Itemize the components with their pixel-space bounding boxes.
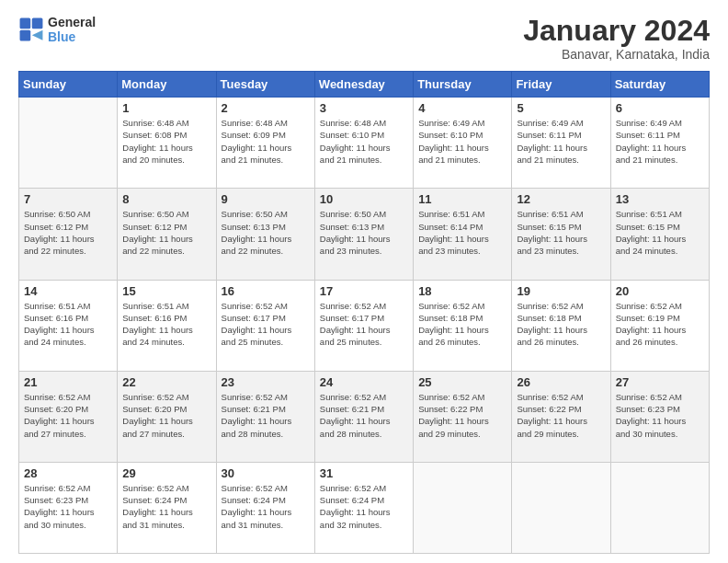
day-number: 2 [222,101,310,115]
calendar-cell: 6Sunrise: 6:49 AM Sunset: 6:11 PM Daylig… [610,98,709,189]
day-number: 10 [320,192,408,206]
day-number: 8 [122,192,210,206]
calendar-week-row: 21Sunrise: 6:52 AM Sunset: 6:20 PM Dayli… [19,371,710,462]
day-number: 15 [122,284,210,298]
calendar-cell: 5Sunrise: 6:49 AM Sunset: 6:11 PM Daylig… [512,98,610,189]
calendar-cell: 27Sunrise: 6:52 AM Sunset: 6:23 PM Dayli… [610,371,709,462]
calendar-body: 1Sunrise: 6:48 AM Sunset: 6:08 PM Daylig… [19,98,710,554]
calendar-cell: 18Sunrise: 6:52 AM Sunset: 6:18 PM Dayli… [414,280,512,371]
calendar-week-row: 1Sunrise: 6:48 AM Sunset: 6:08 PM Daylig… [19,98,710,189]
svg-rect-1 [32,18,43,29]
day-number: 27 [616,375,704,389]
day-info: Sunrise: 6:52 AM Sunset: 6:18 PM Dayligh… [418,300,506,349]
calendar-cell: 14Sunrise: 6:51 AM Sunset: 6:16 PM Dayli… [19,280,118,371]
calendar-day-header: Friday [512,72,610,98]
day-info: Sunrise: 6:51 AM Sunset: 6:16 PM Dayligh… [24,300,112,349]
calendar-cell: 16Sunrise: 6:52 AM Sunset: 6:17 PM Dayli… [216,280,314,371]
logo-icon [18,17,44,42]
day-number: 7 [24,192,112,206]
day-number: 28 [24,466,112,480]
calendar-cell: 19Sunrise: 6:52 AM Sunset: 6:18 PM Dayli… [512,280,610,371]
day-info: Sunrise: 6:49 AM Sunset: 6:11 PM Dayligh… [517,117,605,166]
day-info: Sunrise: 6:52 AM Sunset: 6:19 PM Dayligh… [616,300,704,349]
day-info: Sunrise: 6:51 AM Sunset: 6:15 PM Dayligh… [616,208,704,257]
day-info: Sunrise: 6:52 AM Sunset: 6:24 PM Dayligh… [320,482,408,531]
day-info: Sunrise: 6:49 AM Sunset: 6:11 PM Dayligh… [616,117,704,166]
calendar-week-row: 7Sunrise: 6:50 AM Sunset: 6:12 PM Daylig… [19,189,710,280]
day-info: Sunrise: 6:52 AM Sunset: 6:22 PM Dayligh… [418,391,506,440]
calendar-cell: 20Sunrise: 6:52 AM Sunset: 6:19 PM Dayli… [610,280,709,371]
day-info: Sunrise: 6:52 AM Sunset: 6:21 PM Dayligh… [320,391,408,440]
logo: General Blue [18,15,96,44]
day-info: Sunrise: 6:50 AM Sunset: 6:13 PM Dayligh… [222,208,310,257]
day-number: 18 [418,284,506,298]
svg-marker-3 [32,30,43,40]
header: General Blue January 2024 Banavar, Karna… [18,15,710,62]
calendar-cell: 7Sunrise: 6:50 AM Sunset: 6:12 PM Daylig… [19,189,118,280]
day-number: 3 [320,101,408,115]
day-number: 23 [222,375,310,389]
day-info: Sunrise: 6:52 AM Sunset: 6:17 PM Dayligh… [222,300,310,349]
calendar-day-header: Monday [118,72,216,98]
day-info: Sunrise: 6:52 AM Sunset: 6:24 PM Dayligh… [222,482,310,531]
day-info: Sunrise: 6:52 AM Sunset: 6:20 PM Dayligh… [24,391,112,440]
day-number: 1 [122,101,210,115]
calendar-cell: 11Sunrise: 6:51 AM Sunset: 6:14 PM Dayli… [414,189,512,280]
day-info: Sunrise: 6:51 AM Sunset: 6:14 PM Dayligh… [418,208,506,257]
day-info: Sunrise: 6:52 AM Sunset: 6:21 PM Dayligh… [222,391,310,440]
calendar-cell: 2Sunrise: 6:48 AM Sunset: 6:09 PM Daylig… [216,98,314,189]
calendar-day-header: Sunday [19,72,118,98]
calendar-day-header: Tuesday [216,72,314,98]
day-number: 16 [222,284,310,298]
calendar-cell: 15Sunrise: 6:51 AM Sunset: 6:16 PM Dayli… [118,280,216,371]
day-info: Sunrise: 6:49 AM Sunset: 6:10 PM Dayligh… [418,117,506,166]
calendar-cell: 8Sunrise: 6:50 AM Sunset: 6:12 PM Daylig… [118,189,216,280]
page: General Blue January 2024 Banavar, Karna… [0,0,728,563]
day-number: 12 [517,192,605,206]
calendar-cell: 30Sunrise: 6:52 AM Sunset: 6:24 PM Dayli… [216,462,314,553]
calendar-cell: 17Sunrise: 6:52 AM Sunset: 6:17 PM Dayli… [314,280,413,371]
calendar-table: SundayMondayTuesdayWednesdayThursdayFrid… [18,71,710,554]
day-number: 5 [517,101,605,115]
day-info: Sunrise: 6:52 AM Sunset: 6:17 PM Dayligh… [320,300,408,349]
day-number: 19 [517,284,605,298]
day-info: Sunrise: 6:50 AM Sunset: 6:12 PM Dayligh… [24,208,112,257]
calendar-cell: 26Sunrise: 6:52 AM Sunset: 6:22 PM Dayli… [512,371,610,462]
calendar-cell [610,462,709,553]
main-title: January 2024 [523,15,710,47]
day-info: Sunrise: 6:52 AM Sunset: 6:23 PM Dayligh… [24,482,112,531]
day-number: 13 [616,192,704,206]
day-number: 26 [517,375,605,389]
calendar-cell: 13Sunrise: 6:51 AM Sunset: 6:15 PM Dayli… [610,189,709,280]
logo-text: General Blue [48,15,96,44]
calendar-day-header: Thursday [414,72,512,98]
calendar-cell [414,462,512,553]
day-info: Sunrise: 6:48 AM Sunset: 6:08 PM Dayligh… [122,117,210,166]
day-info: Sunrise: 6:50 AM Sunset: 6:13 PM Dayligh… [320,208,408,257]
day-number: 14 [24,284,112,298]
day-number: 31 [320,466,408,480]
title-block: January 2024 Banavar, Karnataka, India [523,15,710,62]
calendar-cell: 23Sunrise: 6:52 AM Sunset: 6:21 PM Dayli… [216,371,314,462]
calendar-week-row: 28Sunrise: 6:52 AM Sunset: 6:23 PM Dayli… [19,462,710,553]
calendar-cell: 10Sunrise: 6:50 AM Sunset: 6:13 PM Dayli… [314,189,413,280]
calendar-cell: 3Sunrise: 6:48 AM Sunset: 6:10 PM Daylig… [314,98,413,189]
day-number: 21 [24,375,112,389]
day-number: 20 [616,284,704,298]
calendar-cell: 28Sunrise: 6:52 AM Sunset: 6:23 PM Dayli… [19,462,118,553]
day-number: 22 [122,375,210,389]
calendar-cell: 21Sunrise: 6:52 AM Sunset: 6:20 PM Dayli… [19,371,118,462]
day-number: 17 [320,284,408,298]
day-number: 4 [418,101,506,115]
day-info: Sunrise: 6:48 AM Sunset: 6:09 PM Dayligh… [222,117,310,166]
calendar-cell: 25Sunrise: 6:52 AM Sunset: 6:22 PM Dayli… [414,371,512,462]
day-info: Sunrise: 6:52 AM Sunset: 6:24 PM Dayligh… [122,482,210,531]
day-info: Sunrise: 6:48 AM Sunset: 6:10 PM Dayligh… [320,117,408,166]
day-number: 25 [418,375,506,389]
calendar-cell [512,462,610,553]
calendar-day-header: Saturday [610,72,709,98]
day-info: Sunrise: 6:52 AM Sunset: 6:20 PM Dayligh… [122,391,210,440]
day-number: 9 [222,192,310,206]
calendar-cell: 4Sunrise: 6:49 AM Sunset: 6:10 PM Daylig… [414,98,512,189]
day-number: 24 [320,375,408,389]
